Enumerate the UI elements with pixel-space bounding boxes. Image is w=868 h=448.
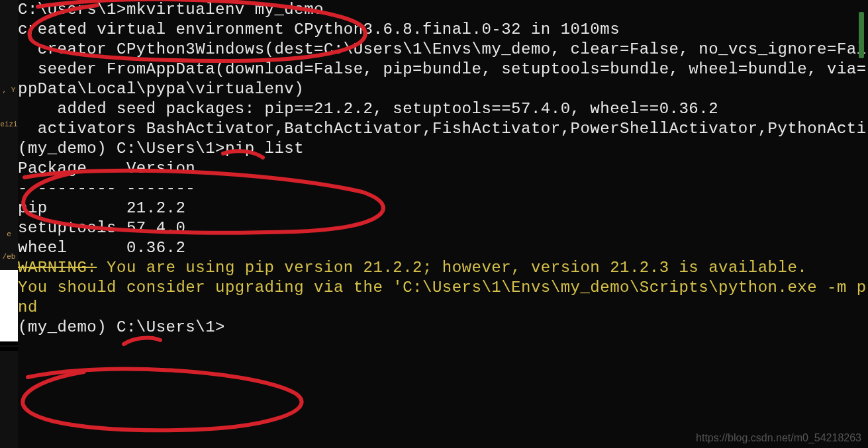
gutter-label: e <box>0 230 18 238</box>
terminal-line: added seed packages: pip==21.2.2, setupt… <box>18 99 868 119</box>
terminal-line: You should consider upgrading via the 'C… <box>18 278 868 298</box>
terminal-line: Package Version <box>18 159 868 179</box>
terminal-line: creator CPython3Windows(dest=C:\Users\1\… <box>18 40 868 60</box>
terminal-line: seeder FromAppData(download=False, pip=b… <box>18 60 868 79</box>
terminal-output[interactable]: C:\Users\1>mkvirtualenv my_democreated v… <box>18 0 868 448</box>
gutter-highlight <box>0 270 18 341</box>
gutter-divider <box>0 347 18 351</box>
watermark: https://blog.csdn.net/m0_54218263 <box>696 432 861 444</box>
terminal-line: pip 21.2.2 <box>18 199 868 218</box>
gutter-label: , Y <box>0 86 18 94</box>
terminal-line: activators BashActivator,BatchActivator,… <box>18 119 868 139</box>
terminal-line: ppData\Local\pypa\virtualenv) <box>18 79 868 99</box>
gutter-label: eizi <box>0 120 18 128</box>
terminal-line: (my_demo) C:\Users\1> <box>18 318 868 337</box>
gutter-label: /eb <box>0 253 18 261</box>
scrollbar-thumb[interactable] <box>859 12 864 58</box>
terminal-line: nd <box>18 298 868 318</box>
terminal-line: (my_demo) C:\Users\1>pip list <box>18 139 868 159</box>
terminal-line: wheel 0.36.2 <box>18 238 868 258</box>
gutter-divider <box>0 341 18 345</box>
editor-gutter: , Y eizi e /eb <box>0 0 18 448</box>
terminal-line: setuptools 57.4.0 <box>18 218 868 238</box>
terminal-line: created virtual environment CPython3.6.8… <box>18 20 868 40</box>
terminal-line: ---------- ------- <box>18 179 868 199</box>
terminal-line: WARNING: You are using pip version 21.2.… <box>18 258 868 278</box>
terminal-line: C:\Users\1>mkvirtualenv my_demo <box>18 0 868 20</box>
